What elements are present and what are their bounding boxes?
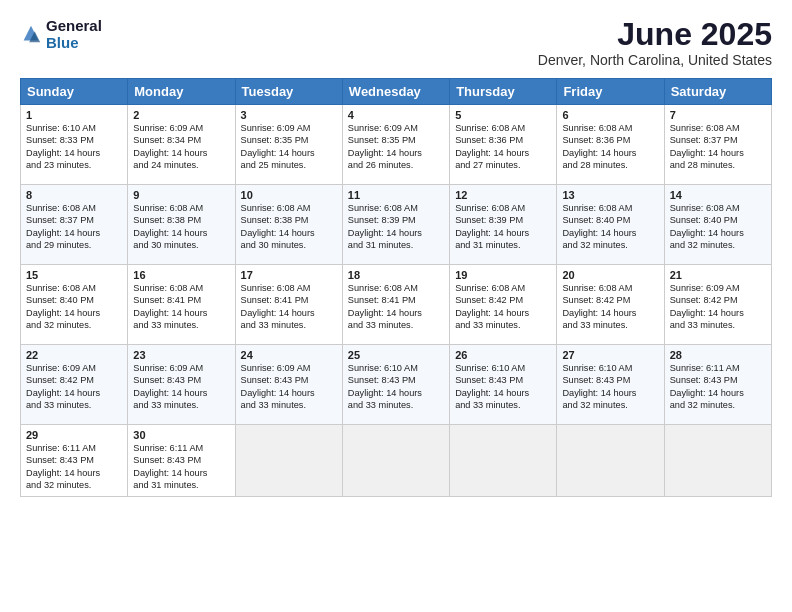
weekday-tuesday: Tuesday	[235, 79, 342, 105]
cell-details: Sunrise: 6:11 AMSunset: 8:43 PMDaylight:…	[670, 362, 766, 412]
cell-details: Sunrise: 6:09 AMSunset: 8:42 PMDaylight:…	[26, 362, 122, 412]
cell-details: Sunrise: 6:11 AMSunset: 8:43 PMDaylight:…	[26, 442, 122, 492]
calendar-cell: 20Sunrise: 6:08 AMSunset: 8:42 PMDayligh…	[557, 265, 664, 345]
cell-details: Sunrise: 6:08 AMSunset: 8:38 PMDaylight:…	[133, 202, 229, 252]
logo-icon	[20, 24, 42, 46]
day-number: 18	[348, 269, 444, 281]
calendar-cell: 7Sunrise: 6:08 AMSunset: 8:37 PMDaylight…	[664, 105, 771, 185]
calendar-cell: 8Sunrise: 6:08 AMSunset: 8:37 PMDaylight…	[21, 185, 128, 265]
header: General Blue June 2025 Denver, North Car…	[20, 18, 772, 68]
calendar-week-5: 29Sunrise: 6:11 AMSunset: 8:43 PMDayligh…	[21, 425, 772, 497]
day-number: 12	[455, 189, 551, 201]
cell-details: Sunrise: 6:08 AMSunset: 8:40 PMDaylight:…	[562, 202, 658, 252]
cell-details: Sunrise: 6:10 AMSunset: 8:43 PMDaylight:…	[455, 362, 551, 412]
day-number: 17	[241, 269, 337, 281]
calendar-cell: 10Sunrise: 6:08 AMSunset: 8:38 PMDayligh…	[235, 185, 342, 265]
calendar-cell: 24Sunrise: 6:09 AMSunset: 8:43 PMDayligh…	[235, 345, 342, 425]
day-number: 21	[670, 269, 766, 281]
calendar-cell: 2Sunrise: 6:09 AMSunset: 8:34 PMDaylight…	[128, 105, 235, 185]
day-number: 6	[562, 109, 658, 121]
calendar-cell: 16Sunrise: 6:08 AMSunset: 8:41 PMDayligh…	[128, 265, 235, 345]
calendar-week-3: 15Sunrise: 6:08 AMSunset: 8:40 PMDayligh…	[21, 265, 772, 345]
logo: General Blue	[20, 18, 102, 51]
day-number: 5	[455, 109, 551, 121]
cell-details: Sunrise: 6:10 AMSunset: 8:33 PMDaylight:…	[26, 122, 122, 172]
calendar-cell: 18Sunrise: 6:08 AMSunset: 8:41 PMDayligh…	[342, 265, 449, 345]
weekday-monday: Monday	[128, 79, 235, 105]
day-number: 29	[26, 429, 122, 441]
calendar-cell: 11Sunrise: 6:08 AMSunset: 8:39 PMDayligh…	[342, 185, 449, 265]
cell-details: Sunrise: 6:08 AMSunset: 8:40 PMDaylight:…	[26, 282, 122, 332]
cell-details: Sunrise: 6:08 AMSunset: 8:38 PMDaylight:…	[241, 202, 337, 252]
day-number: 16	[133, 269, 229, 281]
calendar-week-4: 22Sunrise: 6:09 AMSunset: 8:42 PMDayligh…	[21, 345, 772, 425]
day-number: 24	[241, 349, 337, 361]
day-number: 20	[562, 269, 658, 281]
calendar-cell	[235, 425, 342, 497]
title-section: June 2025 Denver, North Carolina, United…	[538, 18, 772, 68]
calendar-cell: 25Sunrise: 6:10 AMSunset: 8:43 PMDayligh…	[342, 345, 449, 425]
day-number: 2	[133, 109, 229, 121]
day-number: 11	[348, 189, 444, 201]
calendar-cell: 14Sunrise: 6:08 AMSunset: 8:40 PMDayligh…	[664, 185, 771, 265]
cell-details: Sunrise: 6:08 AMSunset: 8:42 PMDaylight:…	[455, 282, 551, 332]
weekday-header-row: SundayMondayTuesdayWednesdayThursdayFrid…	[21, 79, 772, 105]
calendar-cell: 1Sunrise: 6:10 AMSunset: 8:33 PMDaylight…	[21, 105, 128, 185]
day-number: 9	[133, 189, 229, 201]
calendar-cell: 3Sunrise: 6:09 AMSunset: 8:35 PMDaylight…	[235, 105, 342, 185]
day-number: 27	[562, 349, 658, 361]
cell-details: Sunrise: 6:08 AMSunset: 8:39 PMDaylight:…	[455, 202, 551, 252]
logo-blue: Blue	[46, 34, 79, 51]
calendar-cell: 19Sunrise: 6:08 AMSunset: 8:42 PMDayligh…	[450, 265, 557, 345]
weekday-sunday: Sunday	[21, 79, 128, 105]
main-title: June 2025	[538, 18, 772, 50]
cell-details: Sunrise: 6:08 AMSunset: 8:36 PMDaylight:…	[455, 122, 551, 172]
day-number: 7	[670, 109, 766, 121]
cell-details: Sunrise: 6:08 AMSunset: 8:41 PMDaylight:…	[348, 282, 444, 332]
cell-details: Sunrise: 6:08 AMSunset: 8:37 PMDaylight:…	[26, 202, 122, 252]
cell-details: Sunrise: 6:10 AMSunset: 8:43 PMDaylight:…	[348, 362, 444, 412]
cell-details: Sunrise: 6:10 AMSunset: 8:43 PMDaylight:…	[562, 362, 658, 412]
calendar-header: SundayMondayTuesdayWednesdayThursdayFrid…	[21, 79, 772, 105]
cell-details: Sunrise: 6:08 AMSunset: 8:42 PMDaylight:…	[562, 282, 658, 332]
calendar-cell: 17Sunrise: 6:08 AMSunset: 8:41 PMDayligh…	[235, 265, 342, 345]
calendar-cell: 6Sunrise: 6:08 AMSunset: 8:36 PMDaylight…	[557, 105, 664, 185]
calendar-cell	[557, 425, 664, 497]
calendar-cell: 5Sunrise: 6:08 AMSunset: 8:36 PMDaylight…	[450, 105, 557, 185]
weekday-wednesday: Wednesday	[342, 79, 449, 105]
cell-details: Sunrise: 6:08 AMSunset: 8:40 PMDaylight:…	[670, 202, 766, 252]
calendar-table: SundayMondayTuesdayWednesdayThursdayFrid…	[20, 78, 772, 497]
cell-details: Sunrise: 6:09 AMSunset: 8:43 PMDaylight:…	[241, 362, 337, 412]
calendar-cell	[664, 425, 771, 497]
day-number: 15	[26, 269, 122, 281]
weekday-thursday: Thursday	[450, 79, 557, 105]
day-number: 25	[348, 349, 444, 361]
cell-details: Sunrise: 6:09 AMSunset: 8:35 PMDaylight:…	[348, 122, 444, 172]
page: General Blue June 2025 Denver, North Car…	[0, 0, 792, 612]
calendar-cell: 15Sunrise: 6:08 AMSunset: 8:40 PMDayligh…	[21, 265, 128, 345]
day-number: 1	[26, 109, 122, 121]
day-number: 26	[455, 349, 551, 361]
logo-general: General	[46, 17, 102, 34]
cell-details: Sunrise: 6:08 AMSunset: 8:41 PMDaylight:…	[241, 282, 337, 332]
calendar-cell: 30Sunrise: 6:11 AMSunset: 8:43 PMDayligh…	[128, 425, 235, 497]
cell-details: Sunrise: 6:09 AMSunset: 8:42 PMDaylight:…	[670, 282, 766, 332]
cell-details: Sunrise: 6:08 AMSunset: 8:36 PMDaylight:…	[562, 122, 658, 172]
day-number: 22	[26, 349, 122, 361]
cell-details: Sunrise: 6:09 AMSunset: 8:34 PMDaylight:…	[133, 122, 229, 172]
day-number: 4	[348, 109, 444, 121]
weekday-friday: Friday	[557, 79, 664, 105]
calendar-cell: 27Sunrise: 6:10 AMSunset: 8:43 PMDayligh…	[557, 345, 664, 425]
day-number: 14	[670, 189, 766, 201]
cell-details: Sunrise: 6:11 AMSunset: 8:43 PMDaylight:…	[133, 442, 229, 492]
calendar-cell: 26Sunrise: 6:10 AMSunset: 8:43 PMDayligh…	[450, 345, 557, 425]
weekday-saturday: Saturday	[664, 79, 771, 105]
cell-details: Sunrise: 6:09 AMSunset: 8:35 PMDaylight:…	[241, 122, 337, 172]
subtitle: Denver, North Carolina, United States	[538, 52, 772, 68]
calendar-cell: 29Sunrise: 6:11 AMSunset: 8:43 PMDayligh…	[21, 425, 128, 497]
logo-text: General Blue	[46, 18, 102, 51]
calendar-cell: 9Sunrise: 6:08 AMSunset: 8:38 PMDaylight…	[128, 185, 235, 265]
day-number: 10	[241, 189, 337, 201]
calendar-week-2: 8Sunrise: 6:08 AMSunset: 8:37 PMDaylight…	[21, 185, 772, 265]
calendar-cell: 12Sunrise: 6:08 AMSunset: 8:39 PMDayligh…	[450, 185, 557, 265]
